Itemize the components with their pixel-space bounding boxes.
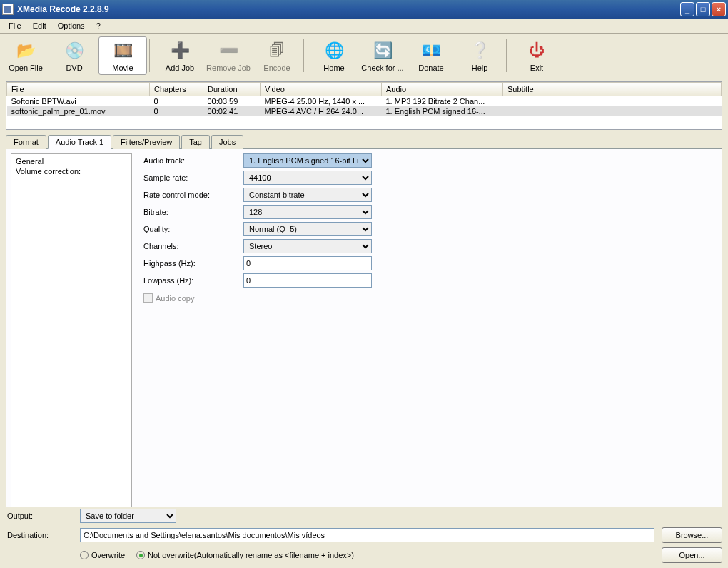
dvd-button[interactable]: 💿 DVD	[50, 36, 98, 75]
bitrate-label: Bitrate:	[143, 208, 243, 216]
channels-label: Channels:	[143, 242, 243, 250]
menu-edit[interactable]: Edit	[27, 20, 52, 31]
tab-tag[interactable]: Tag	[181, 135, 210, 149]
open-file-button[interactable]: 📂 Open File	[1, 36, 50, 75]
bitrate-select[interactable]: 128	[243, 205, 372, 219]
highpass-label: Highpass (Hz):	[143, 259, 243, 268]
destination-label: Destination:	[6, 531, 80, 539]
toolbar: 📂 Open File 💿 DVD 🎞️ Movie ➕ Add Job ➖ R…	[0, 34, 728, 78]
radio-icon	[136, 551, 145, 559]
folder-icon: 📂	[14, 39, 37, 62]
audio-track-select[interactable]: 1. English PCM signed 16-bit Littl	[243, 153, 372, 168]
sample-rate-select[interactable]: 44100	[243, 171, 372, 185]
lowpass-input[interactable]	[243, 273, 372, 288]
col-audio[interactable]: Audio	[382, 83, 503, 96]
rate-control-select[interactable]: Constant bitrate	[243, 188, 372, 202]
quality-select[interactable]: Normal (Q=5)	[243, 222, 372, 236]
disc-icon: 💿	[63, 39, 86, 62]
channels-select[interactable]: Stereo	[243, 239, 372, 253]
audio-copy-label: Audio copy	[156, 294, 194, 303]
tab-jobs[interactable]: Jobs	[211, 135, 243, 149]
menu-file[interactable]: File	[3, 20, 27, 31]
file-list-header: File Chapters Duration Video Audio Subti…	[7, 83, 722, 96]
separator	[303, 39, 308, 72]
output-select[interactable]: Save to folder	[80, 509, 176, 523]
maximize-button[interactable]: □	[696, 2, 710, 16]
exit-button[interactable]: ⏻ Exit	[512, 36, 561, 75]
side-general[interactable]: General	[16, 156, 127, 166]
help-icon: ❔	[468, 39, 491, 62]
col-file[interactable]: File	[7, 83, 150, 96]
separator	[149, 39, 153, 72]
check-update-button[interactable]: 🔄 Check for ...	[358, 36, 407, 75]
col-subtitle[interactable]: Subtitle	[503, 83, 610, 96]
encode-button: 🗐 Encode	[253, 36, 301, 75]
plus-icon: ➕	[168, 39, 191, 62]
donate-button[interactable]: 💶 Donate	[407, 36, 455, 75]
audio-copy-checkbox	[143, 293, 153, 303]
svg-rect-0	[4, 6, 11, 13]
separator	[506, 39, 510, 72]
euro-icon: 💶	[420, 39, 443, 62]
menu-help[interactable]: ?	[91, 20, 106, 31]
side-panel: General Volume correction:	[11, 153, 132, 507]
menu-options[interactable]: Options	[52, 20, 91, 31]
audio-settings-form: Audio track: 1. English PCM signed 16-bi…	[136, 149, 722, 512]
menubar: File Edit Options ?	[0, 19, 728, 34]
quality-label: Quality:	[143, 225, 243, 233]
help-button[interactable]: ❔ Help	[455, 36, 504, 75]
output-label: Output:	[6, 512, 80, 520]
home-button[interactable]: 🌐 Home	[310, 36, 358, 75]
encode-icon: 🗐	[266, 39, 288, 62]
destination-input[interactable]	[80, 528, 654, 542]
not-overwrite-radio[interactable]: Not overwrite(Automatically rename as <f…	[136, 551, 354, 559]
file-list: File Chapters Duration Video Audio Subti…	[6, 81, 722, 130]
tab-area: Format Audio Track 1 Filters/Preview Tag…	[6, 134, 722, 512]
window-title: XMedia Recode 2.2.8.9	[17, 4, 680, 14]
app-icon	[2, 4, 14, 15]
titlebar: XMedia Recode 2.2.8.9 _ □ ×	[0, 0, 728, 19]
radio-icon	[80, 551, 89, 559]
lowpass-label: Lowpass (Hz):	[143, 276, 243, 285]
bottom-bar: Output: Save to folder Destination: Brow…	[6, 507, 722, 565]
browse-button[interactable]: Browse...	[662, 527, 722, 543]
tab-filters-preview[interactable]: Filters/Preview	[113, 135, 180, 149]
open-button[interactable]: Open...	[662, 547, 722, 563]
tab-audio-track-1[interactable]: Audio Track 1	[48, 135, 111, 149]
sample-rate-label: Sample rate:	[143, 173, 243, 182]
film-icon: 🎞️	[111, 39, 134, 62]
add-job-button[interactable]: ➕ Add Job	[156, 36, 204, 75]
close-button[interactable]: ×	[712, 2, 726, 16]
movie-button[interactable]: 🎞️ Movie	[98, 36, 147, 75]
audio-track-label: Audio track:	[143, 156, 243, 165]
overwrite-radio[interactable]: Overwrite	[80, 551, 125, 559]
minus-icon: ➖	[217, 39, 240, 62]
exit-icon: ⏻	[525, 39, 548, 62]
globe-icon: 🌐	[323, 39, 345, 62]
remove-job-button: ➖ Remove Job	[204, 36, 253, 75]
file-row[interactable]: Softonic BPTW.avi 0 00:03:59 MPEG-4 25.0…	[7, 96, 722, 107]
file-row[interactable]: softonic_palm_pre_01.mov 0 00:02:41 MPEG…	[7, 106, 722, 116]
minimize-button[interactable]: _	[680, 2, 694, 16]
rate-control-label: Rate control mode:	[143, 191, 243, 199]
side-volume-correction[interactable]: Volume correction:	[16, 166, 127, 176]
refresh-icon: 🔄	[371, 39, 394, 62]
highpass-input[interactable]	[243, 256, 372, 270]
tab-content: General Volume correction: Audio track: …	[6, 148, 722, 512]
col-chapters[interactable]: Chapters	[150, 83, 203, 96]
tab-format[interactable]: Format	[6, 135, 46, 149]
col-video[interactable]: Video	[261, 83, 382, 96]
col-duration[interactable]: Duration	[203, 83, 261, 96]
